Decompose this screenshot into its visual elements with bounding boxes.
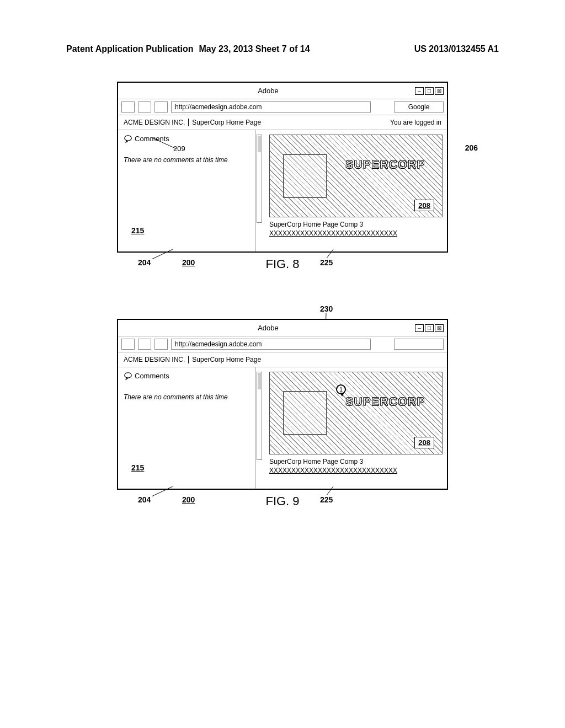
- comp-placeholder: XXXXXXXXXXXXXXXXXXXXXXXXXXXXX: [269, 467, 443, 474]
- callout-215: 215: [131, 463, 144, 472]
- supercorp-logo-text: SUPERCORP: [345, 158, 425, 171]
- comp-caption: SuperCorp Home Page Comp 3: [269, 221, 443, 228]
- leader-line-209: [152, 138, 180, 151]
- titlebar: Adobe – □ ⊠: [118, 320, 447, 336]
- comments-heading-row: Comments: [124, 135, 250, 143]
- figure-label: FIG. 8: [55, 257, 510, 271]
- supercorp-logo-text: SUPERCORP: [345, 395, 425, 408]
- spacer: [55, 291, 510, 319]
- close-icon[interactable]: ⊠: [435, 87, 444, 95]
- breadcrumb: ACME DESIGN INC. SuperCorp Home Page: [124, 119, 261, 126]
- maximize-icon[interactable]: □: [425, 324, 434, 332]
- callout-215: 215: [131, 226, 144, 235]
- svg-point-0: [125, 135, 131, 140]
- window-controls: – □ ⊠: [415, 87, 444, 95]
- search-box[interactable]: Google: [394, 101, 444, 113]
- comments-empty: There are no comments at this time: [124, 393, 250, 401]
- header-center: May 23, 2013 Sheet 7 of 14: [194, 44, 414, 54]
- login-status: You are logged in: [390, 119, 441, 126]
- svg-line-1: [152, 138, 177, 149]
- comp-placeholder: XXXXXXXXXXXXXXXXXXXXXXXXXXXXX: [269, 229, 443, 237]
- preview-panel: SUPERCORP 208 SuperCorp Home Page Comp 3…: [256, 130, 447, 251]
- preview-image[interactable]: 1 SUPERCORP 208: [269, 372, 443, 454]
- comment-pin[interactable]: 1: [336, 384, 346, 394]
- content-row: Comments There are no comments at this t…: [118, 367, 447, 489]
- scrollbar[interactable]: [257, 372, 262, 460]
- reload-button[interactable]: [154, 339, 168, 350]
- forward-button[interactable]: [138, 339, 151, 350]
- toolbar: [118, 336, 447, 352]
- url-input[interactable]: [171, 339, 371, 350]
- titlebar: Adobe – □ ⊠: [118, 83, 447, 99]
- comments-empty: There are no comments at this time: [124, 156, 250, 164]
- figure-9-wrap: 230 Adobe – □ ⊠: [55, 319, 510, 490]
- logo-placeholder: [283, 391, 327, 435]
- forward-button[interactable]: [138, 101, 151, 113]
- comments-heading-row: Comments: [124, 372, 250, 380]
- figure-label: FIG. 9: [55, 494, 510, 508]
- callout-230: 230: [320, 304, 333, 313]
- figure-8-wrap: 220 206 Adobe – □ ⊠: [55, 82, 510, 253]
- callout-208: 208: [414, 200, 434, 211]
- url-input[interactable]: [171, 101, 371, 113]
- browser-window: Adobe – □ ⊠ Google: [117, 82, 448, 253]
- comments-panel: Comments There are no comments at this t…: [118, 367, 256, 489]
- callout-206: 206: [465, 143, 478, 152]
- header-right: US 2013/0132455 A1: [414, 44, 499, 54]
- breadcrumb-separator: [188, 119, 189, 126]
- minimize-icon[interactable]: –: [415, 324, 424, 332]
- reload-button[interactable]: [154, 101, 168, 113]
- callout-208: 208: [414, 437, 434, 448]
- preview-image[interactable]: SUPERCORP 208: [269, 135, 443, 217]
- breadcrumb-separator: [188, 356, 189, 363]
- breadcrumb-bar: ACME DESIGN INC. SuperCorp Home Page You…: [118, 115, 447, 130]
- window-title: Adobe: [121, 87, 415, 95]
- breadcrumb-bar: ACME DESIGN INC. SuperCorp Home Page: [118, 352, 447, 367]
- breadcrumb-company[interactable]: ACME DESIGN INC.: [124, 119, 185, 126]
- browser-window: Adobe – □ ⊠ ACM: [117, 319, 448, 490]
- minimize-icon[interactable]: –: [415, 87, 424, 95]
- preview-panel: 1 SUPERCORP 208 SuperCorp Home Page Comp…: [256, 367, 447, 489]
- back-button[interactable]: [121, 101, 135, 113]
- toolbar: Google: [118, 99, 447, 115]
- comments-panel: Comments 209 There are no comments at th…: [118, 130, 256, 251]
- header-left: Patent Application Publication: [66, 44, 194, 54]
- breadcrumb-page[interactable]: SuperCorp Home Page: [192, 119, 261, 126]
- window-controls: – □ ⊠: [415, 324, 444, 332]
- comp-caption: SuperCorp Home Page Comp 3: [269, 458, 443, 465]
- comp-caption-block: SuperCorp Home Page Comp 3 XXXXXXXXXXXXX…: [269, 458, 443, 474]
- breadcrumb-page[interactable]: SuperCorp Home Page: [192, 356, 261, 363]
- window-title: Adobe: [121, 324, 415, 332]
- patent-page: Patent Application Publication May 23, 2…: [0, 0, 565, 561]
- comment-icon: [124, 372, 132, 380]
- figures-area: 220 206 Adobe – □ ⊠: [0, 60, 565, 561]
- content-row: Comments 209 There are no comments at th…: [118, 130, 447, 251]
- breadcrumb: ACME DESIGN INC. SuperCorp Home Page: [124, 356, 261, 363]
- comment-icon: [124, 135, 132, 143]
- close-icon[interactable]: ⊠: [435, 324, 444, 332]
- comments-heading: Comments: [135, 372, 169, 380]
- scrollbar[interactable]: [257, 135, 262, 223]
- svg-point-5: [125, 372, 131, 377]
- page-header: Patent Application Publication May 23, 2…: [0, 0, 565, 60]
- maximize-icon[interactable]: □: [425, 87, 434, 95]
- back-button[interactable]: [121, 339, 135, 350]
- search-box[interactable]: [394, 339, 444, 350]
- breadcrumb-company[interactable]: ACME DESIGN INC.: [124, 356, 185, 363]
- logo-placeholder: [283, 154, 327, 198]
- comp-caption-block: SuperCorp Home Page Comp 3 XXXXXXXXXXXXX…: [269, 221, 443, 237]
